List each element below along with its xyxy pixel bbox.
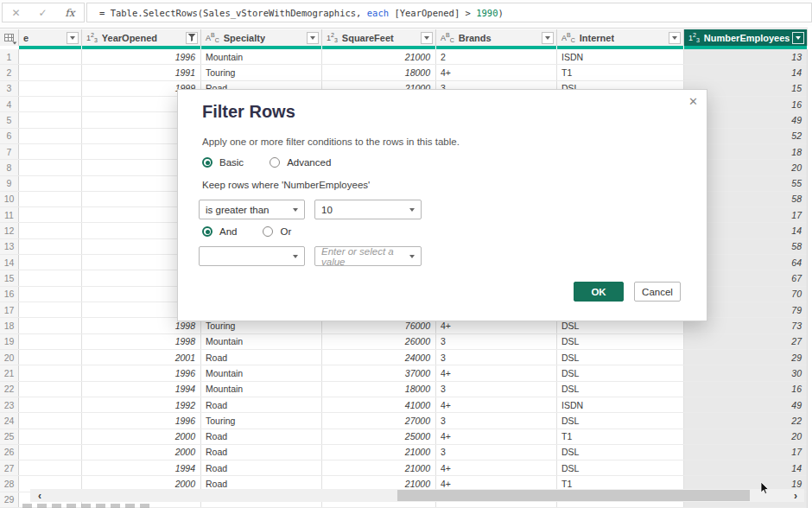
cell-sqft[interactable]: 18000 <box>322 382 436 397</box>
cell-specialty[interactable]: Mountain <box>201 365 322 380</box>
column-header-SquareFeet[interactable]: 123SquareFeet <box>322 29 436 46</box>
condition1-operator-dropdown[interactable]: is greater than <box>199 200 305 219</box>
cell-col_e[interactable] <box>19 192 82 206</box>
cell-employees[interactable]: 49 <box>684 397 808 412</box>
cell-brands[interactable]: 4+ <box>436 365 557 380</box>
cell-col_e[interactable] <box>19 413 82 428</box>
cell-internet[interactable]: DSL <box>557 445 684 460</box>
horizontal-scrollbar-thumb[interactable] <box>397 490 750 501</box>
cell-internet[interactable]: T1 <box>557 65 684 79</box>
condition2-value-dropdown[interactable]: Enter or select a value <box>314 246 422 266</box>
condition1-value-dropdown[interactable]: 10 <box>314 200 422 219</box>
cell-employees[interactable]: 29 <box>684 350 808 365</box>
cell-col_e[interactable] <box>19 365 82 380</box>
cell-col_e[interactable] <box>19 129 82 143</box>
cell-col_e[interactable] <box>19 318 82 333</box>
row-number[interactable]: 18 <box>0 318 19 333</box>
cell-internet[interactable]: DSL <box>557 334 684 349</box>
cell-specialty[interactable]: Road <box>201 445 322 460</box>
cell-brands[interactable]: 2 <box>436 49 557 64</box>
cell-year[interactable]: 1996 <box>82 365 201 380</box>
row-number[interactable]: 26 <box>0 445 19 460</box>
cell-year[interactable]: 2000 <box>82 445 201 460</box>
cell-brands[interactable]: 4+ <box>436 429 557 444</box>
cell-sqft[interactable]: 27000 <box>322 413 436 428</box>
cell-employees[interactable]: 22 <box>684 413 808 428</box>
cell-col_e[interactable] <box>19 255 82 270</box>
cell-specialty[interactable]: Mountain <box>201 382 322 397</box>
cell-specialty[interactable]: Touring <box>201 65 322 79</box>
column-header-Brands[interactable]: ABCBrands <box>436 29 557 46</box>
and-radio[interactable] <box>202 226 213 237</box>
cell-internet[interactable]: ISDN <box>557 49 684 64</box>
row-number[interactable]: 25 <box>0 429 19 444</box>
cell-employees[interactable]: 17 <box>684 445 808 460</box>
cell-specialty[interactable]: Road <box>201 350 322 365</box>
cell-year[interactable]: 1996 <box>82 49 201 64</box>
cell-col_e[interactable] <box>19 287 82 302</box>
column-menu-button[interactable] <box>67 32 79 44</box>
row-number[interactable]: 4 <box>0 97 19 111</box>
scroll-right-arrow-icon[interactable]: › <box>789 489 802 502</box>
row-number[interactable]: 19 <box>0 334 19 349</box>
cell-specialty[interactable]: Touring <box>201 413 322 428</box>
cell-year[interactable]: 1994 <box>82 382 201 397</box>
cell-year[interactable]: 1998 <box>82 334 201 349</box>
cell-col_e[interactable] <box>19 350 82 365</box>
cell-employees[interactable]: 14 <box>684 460 808 475</box>
cell-col_e[interactable] <box>19 65 82 79</box>
column-menu-button[interactable] <box>669 32 681 44</box>
row-number[interactable]: 29 <box>0 492 19 507</box>
cell-employees[interactable]: 30 <box>684 365 808 380</box>
row-number[interactable]: 14 <box>0 255 19 270</box>
cell-internet[interactable]: DSL <box>557 413 684 428</box>
row-number[interactable]: 27 <box>0 460 19 475</box>
column-header-NumberEmployees[interactable]: 123NumberEmployees <box>684 29 808 46</box>
row-number[interactable]: 2 <box>0 65 19 79</box>
cell-col_e[interactable] <box>19 397 82 412</box>
row-number[interactable]: 20 <box>0 350 19 365</box>
row-number[interactable]: 1 <box>0 49 19 64</box>
cell-internet[interactable]: DSL <box>557 365 684 380</box>
cell-col_e[interactable] <box>19 112 82 127</box>
cell-col_e[interactable] <box>19 239 82 254</box>
cell-internet[interactable]: T1 <box>557 429 684 444</box>
row-number[interactable]: 17 <box>0 302 19 317</box>
row-number[interactable]: 13 <box>0 239 19 254</box>
cell-brands[interactable]: 3 <box>436 382 557 397</box>
cell-col_e[interactable] <box>19 445 82 460</box>
cell-col_e[interactable] <box>19 97 82 111</box>
cell-col_e[interactable] <box>19 176 82 191</box>
cell-year[interactable]: 1991 <box>82 65 201 79</box>
cell-sqft[interactable]: 18000 <box>322 65 436 79</box>
condition2-operator-dropdown[interactable] <box>199 246 305 266</box>
column-menu-button[interactable] <box>792 32 804 44</box>
row-number[interactable]: 15 <box>0 270 19 285</box>
cell-sqft[interactable]: 21000 <box>322 460 436 475</box>
row-number[interactable]: 10 <box>0 192 19 206</box>
formula-input[interactable]: = Table.SelectRows(Sales_vStoreWithDemog… <box>86 3 812 22</box>
cell-internet[interactable]: ISDN <box>557 397 684 412</box>
cell-col_e[interactable] <box>19 382 82 397</box>
cell-sqft[interactable]: 25000 <box>322 429 436 444</box>
cancel-button[interactable]: Cancel <box>634 282 681 302</box>
row-number[interactable]: 5 <box>0 112 19 127</box>
cell-col_e[interactable] <box>19 207 82 222</box>
cell-specialty[interactable]: Road <box>201 460 322 475</box>
column-menu-button[interactable] <box>542 32 554 44</box>
row-number[interactable]: 8 <box>0 160 19 175</box>
cell-internet[interactable]: DSL <box>557 382 684 397</box>
cell-employees[interactable]: 14 <box>684 65 808 79</box>
cell-col_e[interactable] <box>19 223 82 238</box>
confirm-formula-icon[interactable]: ✓ <box>38 7 47 19</box>
advanced-radio[interactable] <box>270 157 280 168</box>
cell-col_e[interactable] <box>19 270 82 285</box>
basic-radio[interactable] <box>202 157 213 168</box>
cell-year[interactable]: 1994 <box>82 460 201 475</box>
cell-employees[interactable]: 16 <box>684 382 808 397</box>
row-number[interactable]: 28 <box>0 476 19 491</box>
cell-col_e[interactable] <box>19 334 82 349</box>
row-number[interactable]: 11 <box>0 207 19 222</box>
fx-icon[interactable]: fx <box>65 7 74 19</box>
cell-col_e[interactable] <box>19 302 82 317</box>
